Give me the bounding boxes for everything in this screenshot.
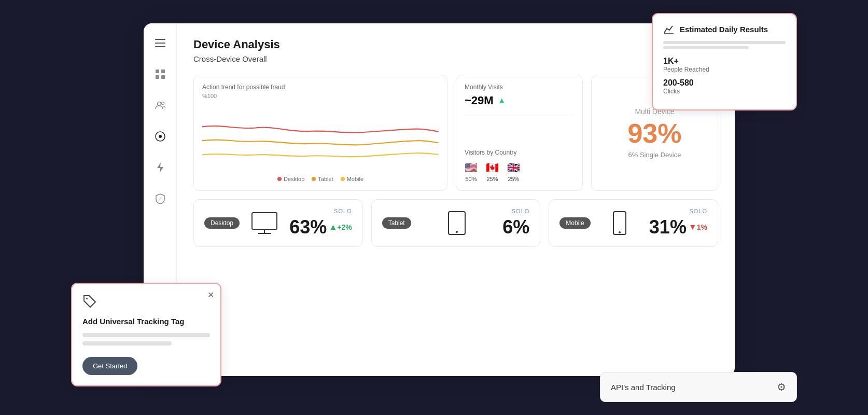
results-bars [663,41,786,49]
svg-point-16 [456,231,458,233]
visitors-by-country: Visitors by Country 🇺🇸 50% 🇨🇦 25% [465,149,574,182]
tablet-pct: 6% [502,216,529,238]
desktop-badge: Desktop [204,217,240,229]
people-reached-metric: 1K+ People Reached [663,57,786,73]
multi-device-pct: 93% [627,120,681,147]
svg-point-18 [619,231,621,233]
legend-mobile: Mobile [341,176,363,182]
compass-icon[interactable] [151,127,170,146]
tracking-popup: ✕ Add Universal Tracking Tag Get Started [71,283,221,386]
tracking-title: Add Universal Tracking Tag [82,317,210,326]
bolt-icon[interactable] [151,158,170,177]
grid-icon[interactable] [151,65,170,84]
bar-full [663,41,786,44]
chart-area [202,104,439,172]
country-row: 🇺🇸 50% 🇨🇦 25% 🇬🇧 25% [465,161,574,182]
mobile-icon-area [599,211,641,236]
svg-rect-1 [155,43,165,44]
mobile-badge: Mobile [559,217,590,229]
tag-icon [82,294,210,312]
country-us: 🇺🇸 50% [465,161,478,182]
svg-rect-2 [155,46,165,47]
chart-pct-label: %100 [202,93,439,99]
visits-top: Monthly Visits ~29M ▲ [465,84,574,116]
bar-partial [663,46,749,49]
api-label: API's and Tracking [611,383,676,392]
svg-rect-5 [156,75,159,79]
legend-tablet: Tablet [312,176,333,182]
bottom-row: Desktop SOLO 63% ▲+2% Tablet [193,199,718,247]
people-reached-label: People Reached [663,66,786,73]
results-title: Estimated Daily Results [680,25,768,34]
skeleton-line-1 [82,333,210,337]
estimated-results-popup: Estimated Daily Results 1K+ People Reach… [652,13,797,110]
svg-point-7 [157,102,161,106]
shield-icon[interactable]: 2 [151,189,170,208]
svg-rect-6 [161,75,165,79]
clicks-metric: 200-580 Clicks [663,78,786,95]
close-button[interactable]: ✕ [207,290,214,300]
results-header: Estimated Daily Results [663,23,786,35]
svg-point-19 [86,298,88,299]
desktop-card: Desktop SOLO 63% ▲+2% [193,199,363,247]
mobile-stats: SOLO 31% ▼1% [649,208,707,238]
page-subtitle: Cross-Device Overall [193,54,718,63]
country-ca: 🇨🇦 25% [486,161,499,182]
chart-title: Action trend for possible fraud [202,84,439,91]
svg-rect-12 [252,213,277,229]
visits-value: ~29M ▲ [465,94,574,107]
svg-text:2: 2 [159,197,161,201]
svg-rect-3 [156,70,159,73]
tablet-card: Tablet SOLO 6% [371,199,541,247]
main-content: Device Analysis Cross-Device Overall Act… [177,23,735,376]
gear-icon[interactable]: ⚙ [777,381,786,393]
chart-line-icon [663,23,675,35]
top-row: Action trend for possible fraud %100 [193,75,718,191]
svg-rect-0 [155,39,165,40]
api-tracking-bar: API's and Tracking ⚙ [600,372,797,402]
monthly-visits-card: Monthly Visits ~29M ▲ Visitors by Countr… [456,75,583,191]
clicks-label: Clicks [663,88,786,95]
people-reached-value: 1K+ [663,57,786,66]
chart-card: Action trend for possible fraud %100 [193,75,447,191]
menu-icon[interactable] [151,34,170,52]
skeleton-line-2 [82,341,172,345]
page-title: Device Analysis [193,38,718,51]
single-device-pct: 6% Single Device [628,151,681,159]
svg-point-10 [159,135,162,138]
country-label: Visitors by Country [465,149,574,156]
desktop-pct: 63% ▲+2% [289,216,352,238]
get-started-button[interactable]: Get Started [82,357,137,375]
tablet-stats: SOLO 6% [502,208,529,238]
users-icon[interactable] [151,96,170,115]
trend-up-icon: ▲ [498,96,506,105]
mobile-card: Mobile SOLO 31% ▼1% [549,199,718,247]
visits-label: Monthly Visits [465,84,574,91]
main-card: 2 Device Analysis Cross-Device Overall A… [144,23,735,376]
tablet-badge: Tablet [382,217,411,229]
mobile-change: ▼1% [689,223,707,232]
svg-rect-17 [613,212,626,234]
desktop-icon-area [248,212,281,234]
chart-legend: Desktop Tablet Mobile [202,176,439,182]
desktop-stats: SOLO 63% ▲+2% [289,208,352,238]
desktop-change: ▲+2% [329,223,352,232]
legend-desktop: Desktop [277,176,304,182]
mobile-pct: 31% ▼1% [649,216,707,238]
tablet-icon-area [419,211,495,236]
svg-rect-4 [161,70,165,73]
clicks-value: 200-580 [663,78,786,88]
svg-point-8 [161,102,164,105]
country-gb: 🇬🇧 25% [507,161,520,182]
